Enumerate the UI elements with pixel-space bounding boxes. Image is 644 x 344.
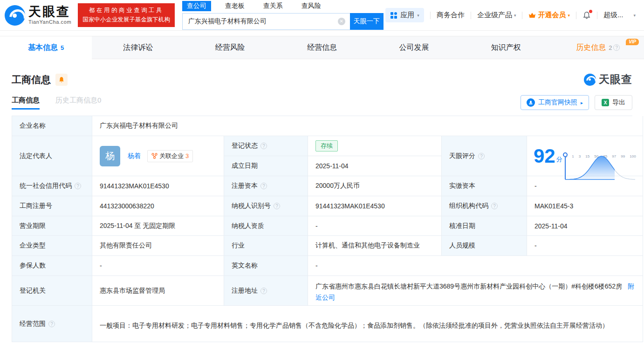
field-value-business-term: 2025-11-04 至 无固定期限 xyxy=(92,216,224,236)
field-label-taxpayer-id: 纳税人识别号 ? xyxy=(224,196,308,216)
chevron-down-icon: ▾ xyxy=(568,13,570,18)
search-area: 查公司 查老板 查关系 查风险 ✕ 天眼一下 xyxy=(182,1,384,30)
value-text: 91441323MAK01E4530 xyxy=(100,182,169,190)
search-tab-boss[interactable]: 查老板 xyxy=(220,1,249,11)
value-text: 计算机、通信和其他电子设备制造业 xyxy=(315,241,420,250)
export-button[interactable]: X 导出 xyxy=(595,95,632,110)
value-text: - xyxy=(315,262,318,269)
tab-legal-litigation[interactable]: 法律诉讼 xyxy=(92,36,184,59)
tab-operation-info[interactable]: 经营信息 xyxy=(276,36,368,59)
help-icon[interactable]: ? xyxy=(260,143,267,149)
label-text: 注册资本 xyxy=(232,182,258,190)
label-text: 行业 xyxy=(232,241,245,250)
help-icon[interactable]: ? xyxy=(491,203,498,209)
subtab-business-info[interactable]: 工商信息 xyxy=(12,96,40,110)
search-tab-relation[interactable]: 查关系 xyxy=(259,1,288,11)
label-text: 法定代表人 xyxy=(20,152,52,160)
notification-bell[interactable] xyxy=(582,11,591,20)
promo-line2: 国家中小企业发展子基金旗下机构 xyxy=(82,15,170,24)
legal-rep-link[interactable]: 杨着 xyxy=(128,152,141,160)
field-value-reg-status: 存续 xyxy=(308,136,442,156)
help-icon[interactable]: ? xyxy=(260,288,267,294)
monitor-bell-button[interactable] xyxy=(55,74,68,86)
help-icon[interactable]: ? xyxy=(75,183,81,189)
value-text: 广东兴福电子材料有限公司 xyxy=(100,122,178,130)
tab-operation-risk[interactable]: 经营风险 xyxy=(184,36,276,59)
tab-basic-info[interactable]: 基本信息 5 xyxy=(0,36,92,59)
help-icon[interactable]: ? xyxy=(260,183,267,189)
related-count: 3 xyxy=(185,152,189,159)
nav-biz-cooperation[interactable]: 商务合作 xyxy=(437,11,465,20)
chevron-down-icon: ▾ xyxy=(633,13,636,18)
label-text: 工商注册号 xyxy=(20,202,52,210)
divider xyxy=(430,12,431,19)
field-label-english-name: 英文名称 xyxy=(224,256,308,276)
user-account[interactable]: 超级... ▾ xyxy=(603,11,636,20)
header-nav: 应用 ▾ 商务合作 企业级产品 ▾ 开通会员 ▾ 超级... xyxy=(385,8,636,22)
tab-count: 5 xyxy=(61,44,64,51)
business-info-table: 企业名称 广东兴福电子材料有限公司 法定代表人 杨 杨着 关联企业 3 登记状态… xyxy=(12,116,632,342)
tab-label: 历史信息 xyxy=(576,43,606,53)
promo-banner: 都在用的商业查询工具 国家中小企业发展子基金旗下机构 xyxy=(78,3,175,27)
field-label-paid-capital: 实缴资本 xyxy=(442,176,527,196)
value-text: - xyxy=(534,242,537,249)
value-text: 其他有限责任公司 xyxy=(100,241,152,250)
tianyancha-logo[interactable]: 天眼查 TianYanCha.com xyxy=(5,5,71,26)
field-label-reg-number: 工商注册号 xyxy=(12,196,92,216)
tab-label: 法律诉讼 xyxy=(123,43,153,53)
label-text: 组织机构代码 xyxy=(449,202,488,210)
network-icon xyxy=(151,153,158,159)
user-name: 超级... xyxy=(603,11,623,20)
label-text: 营业期限 xyxy=(20,222,46,230)
related-companies-badge[interactable]: 关联企业 3 xyxy=(147,150,193,162)
label-text: 天眼评分 xyxy=(449,152,475,160)
label-text: 登记机关 xyxy=(20,287,46,295)
label-text: 企业名称 xyxy=(20,122,46,130)
score-distribution-chart: 0131550859799100 xyxy=(565,153,636,158)
avatar[interactable]: 杨 xyxy=(100,146,120,166)
tab-company-development[interactable]: 公司发展 xyxy=(368,36,460,59)
official-snapshot-button[interactable]: 工商官网快照 ▸ xyxy=(521,95,589,110)
field-value-reg-number: 441323000638220 xyxy=(92,196,224,216)
search-button[interactable]: 天眼一下 xyxy=(350,13,384,30)
value-text: - xyxy=(534,182,537,190)
clear-icon[interactable]: ✕ xyxy=(338,18,345,25)
score-marker-pin xyxy=(565,156,566,179)
help-icon[interactable]: ? xyxy=(478,153,485,159)
value-text: 惠东县市场监督管理局 xyxy=(100,287,165,295)
help-icon[interactable]: ? xyxy=(274,203,280,209)
search-input[interactable] xyxy=(182,13,350,30)
field-value-taxpayer-id: 91441323MAK01E4530 xyxy=(308,196,442,216)
watermark-logo: 天眼查 xyxy=(584,72,632,87)
value-text: 2025-11-04 至 无固定期限 xyxy=(100,222,175,230)
divider xyxy=(471,12,471,19)
export-label: 导出 xyxy=(612,98,625,107)
tab-intellectual-property[interactable]: 知识产权 xyxy=(460,36,552,59)
subtab-history-business-info[interactable]: 历史工商信息0 xyxy=(55,96,101,110)
search-tab-company[interactable]: 查公司 xyxy=(182,1,211,11)
chevron-down-icon: ▾ xyxy=(514,13,516,18)
field-value-score: 92 分 xyxy=(527,136,643,176)
field-label-business-scope: 经营范围 ? xyxy=(12,306,92,342)
nav-enterprise-products[interactable]: 企业级产品 ▾ xyxy=(477,11,516,20)
tianyancha-logo-icon xyxy=(584,74,596,86)
nav-open-vip[interactable]: 开通会员 ▾ xyxy=(528,11,570,20)
help-icon[interactable]: ? xyxy=(48,321,55,327)
label-text: 纳税人资质 xyxy=(232,222,264,230)
field-value-reg-address: 广东省惠州市惠东县白花镇长塘村新平大道3689号惠州市新材料产业园科创中心（一期… xyxy=(308,276,643,306)
excel-icon: X xyxy=(602,99,609,106)
field-label-credit-code: 统一社会信用代码 ? xyxy=(12,176,92,196)
divider xyxy=(597,12,597,19)
label-text: 企业类型 xyxy=(20,241,46,250)
field-value-company-name: 广东兴福电子材料有限公司 xyxy=(92,116,643,136)
apps-menu[interactable]: 应用 ▾ xyxy=(385,8,424,22)
tab-label: 经营信息 xyxy=(307,43,337,53)
help-icon[interactable]: ? xyxy=(613,44,620,51)
address-text: 广东省惠州市惠东县白花镇长塘村新平大道3689号惠州市新材料产业园科创中心（一期… xyxy=(315,282,622,290)
value-text: 2025-11-04 xyxy=(534,222,568,230)
search-tab-risk[interactable]: 查风险 xyxy=(297,1,326,11)
label-text: 实缴资本 xyxy=(449,182,475,190)
tab-history-info[interactable]: VIP 历史信息 2 ? xyxy=(552,36,644,59)
field-label-company-type: 企业类型 xyxy=(12,236,92,256)
field-label-est-date: 成立日期 xyxy=(224,156,308,176)
